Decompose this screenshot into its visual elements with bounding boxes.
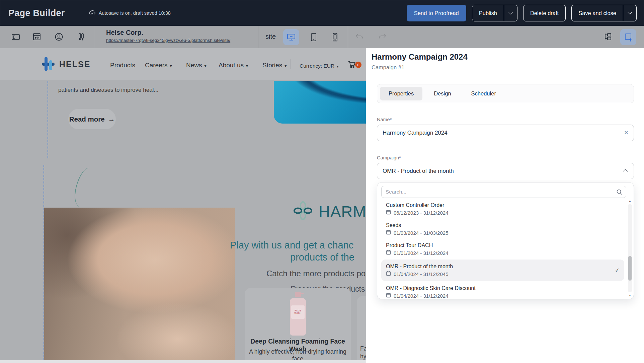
hero-headline-line2: products of the bbox=[290, 252, 366, 263]
tab-design[interactable]: Design bbox=[425, 87, 460, 100]
calendar-icon bbox=[386, 271, 391, 277]
arrow-right-icon: → bbox=[108, 115, 115, 123]
name-input[interactable] bbox=[383, 125, 617, 141]
campaign-select[interactable]: OMR - Product of the month bbox=[377, 163, 634, 179]
campaign-select-value: OMR - Product of the month bbox=[383, 168, 454, 174]
hero-headline-line1: Play with us and get a chanc bbox=[230, 240, 366, 251]
harmony-brand: HARM bbox=[293, 201, 366, 221]
campaign-option[interactable]: Custom Controller Order 06/12/2023 - 31/… bbox=[381, 199, 624, 219]
text-block-icon[interactable] bbox=[11, 32, 21, 42]
calendar-icon bbox=[386, 230, 391, 236]
campaign-option[interactable]: Product Tour DACH 01/01/2024 - 31/12/202… bbox=[381, 239, 624, 260]
helse-logo-icon bbox=[41, 56, 55, 72]
publish-label[interactable]: Publish bbox=[472, 5, 504, 21]
user-avatar-icon[interactable] bbox=[54, 32, 64, 42]
campaign-option-selected[interactable]: OMR - Product of the month 01/04/2024 - … bbox=[381, 260, 624, 281]
read-more-button[interactable]: Read more → bbox=[68, 109, 116, 129]
article-image bbox=[274, 81, 366, 124]
scroll-up-arrow[interactable]: ▲ bbox=[628, 199, 632, 203]
toolbar-divider bbox=[95, 26, 95, 48]
caret-down-icon: ▾ bbox=[285, 64, 287, 68]
nav-products[interactable]: Products bbox=[110, 62, 135, 69]
page-tree-icon[interactable] bbox=[603, 32, 613, 42]
chevron-up-icon bbox=[623, 169, 628, 174]
panel-tabs: Properties Design Scheduler bbox=[377, 84, 634, 103]
dropdown-search-input[interactable] bbox=[386, 186, 613, 198]
app-title: Page Builder bbox=[8, 8, 65, 18]
harmony-brand-text: HARM bbox=[319, 202, 366, 221]
mobile-view-button[interactable] bbox=[327, 29, 343, 45]
page-builder-window: Page Builder Autosave is on, draft saved… bbox=[0, 0, 644, 363]
site-url-link[interactable]: https://master-7rqtwti-segx45igywzzy.eu-… bbox=[106, 38, 230, 43]
caret-down-icon: ▾ bbox=[337, 65, 338, 68]
currency-selector[interactable]: Currency: EUR▾ bbox=[300, 63, 338, 69]
preview-bottom-strip bbox=[0, 360, 366, 363]
calendar-icon bbox=[386, 250, 391, 256]
nav-news[interactable]: News▾ bbox=[186, 62, 207, 69]
save-dropdown-toggle[interactable] bbox=[623, 5, 636, 21]
nav-about-us[interactable]: About us▾ bbox=[219, 62, 248, 69]
article-teaser-text: patients and diseases to improve heal... bbox=[58, 87, 159, 93]
search-icon bbox=[616, 189, 623, 197]
product-description-fragment: hyd bbox=[360, 353, 366, 360]
delete-draft-button[interactable]: Delete draft bbox=[523, 5, 566, 21]
campaign-dropdown: Custom Controller Order 06/12/2023 - 31/… bbox=[377, 182, 634, 299]
nav-stories[interactable]: Stories▾ bbox=[262, 62, 287, 69]
calendar-icon bbox=[386, 293, 391, 299]
publish-dropdown-toggle[interactable] bbox=[504, 5, 517, 21]
campaign-settings-panel: Harmony Campaign 2024 Campaign #1 Proper… bbox=[366, 48, 644, 363]
decor-curve bbox=[71, 166, 98, 209]
cloud-check-icon bbox=[88, 9, 96, 17]
toolbar-divider bbox=[348, 26, 348, 48]
cart-count-badge: 0 bbox=[355, 62, 361, 68]
article-section-block[interactable]: patients and diseases to improve heal...… bbox=[48, 81, 366, 158]
sliders-icon[interactable] bbox=[76, 32, 86, 42]
header-actions: Send to Proofread Publish Delete draft S… bbox=[407, 5, 637, 21]
site-preview-canvas[interactable]: HELSE Products Careers▾ News▾ About us▾ … bbox=[0, 48, 366, 363]
panel-subtitle: Campaign #1 bbox=[372, 64, 404, 71]
product-card[interactable]: Fac hyd bbox=[357, 296, 366, 360]
harmony-hero-block[interactable]: HARM Play with us and get a chanc produc… bbox=[44, 165, 366, 360]
swap-layout-icon[interactable] bbox=[32, 32, 42, 42]
calendar-icon bbox=[386, 210, 391, 216]
chevron-down-icon bbox=[628, 10, 632, 14]
dropdown-scrollbar: ▲ ▼ bbox=[628, 200, 632, 296]
hero-subline1: Catch the more products possi bbox=[266, 269, 366, 278]
tab-scheduler[interactable]: Scheduler bbox=[463, 87, 505, 100]
campaign-option[interactable]: OMR - Diagnostic Skin Care Discount 01/0… bbox=[381, 282, 624, 302]
publish-button[interactable]: Publish bbox=[472, 5, 517, 21]
helse-logo-text: HELSE bbox=[59, 60, 90, 69]
name-field: ✕ bbox=[377, 125, 634, 141]
product-card[interactable]: FACE WASH Deep Cleansing Foaming Face Wa… bbox=[245, 288, 351, 360]
chevron-down-icon bbox=[508, 10, 513, 14]
cart-button[interactable]: 0 bbox=[347, 60, 357, 70]
desktop-view-button[interactable] bbox=[283, 29, 299, 45]
helse-logo[interactable]: HELSE bbox=[41, 56, 90, 72]
scroll-down-arrow[interactable]: ▼ bbox=[628, 294, 632, 298]
autosave-status: Autosave is on, draft saved 10:38 bbox=[88, 9, 171, 17]
page-name-label: site bbox=[265, 33, 276, 41]
site-identity: Helse Corp. https://master-7rqtwti-segx4… bbox=[106, 29, 230, 43]
save-and-close-label[interactable]: Save and close bbox=[572, 5, 623, 21]
product-bottle-image: FACE WASH bbox=[288, 292, 308, 336]
site-header: HELSE Products Careers▾ News▾ About us▾ … bbox=[0, 48, 366, 80]
caret-down-icon: ▾ bbox=[170, 64, 172, 68]
check-icon: ✓ bbox=[615, 267, 620, 274]
tab-properties[interactable]: Properties bbox=[380, 87, 422, 100]
nav-divider bbox=[291, 59, 291, 69]
nav-careers[interactable]: Careers▾ bbox=[145, 62, 172, 69]
campaign-option[interactable]: Seeds 01/03/2024 - 31/03/2025 bbox=[381, 219, 624, 239]
tablet-view-button[interactable] bbox=[306, 29, 322, 45]
clear-name-icon[interactable]: ✕ bbox=[624, 130, 628, 136]
add-section-button[interactable] bbox=[620, 29, 636, 45]
scrollbar-thumb[interactable] bbox=[628, 256, 632, 281]
redo-icon[interactable] bbox=[377, 32, 387, 42]
toolbar-divider bbox=[258, 26, 258, 48]
panel-title: Harmony Campaign 2024 bbox=[372, 52, 468, 62]
send-to-proofread-button[interactable]: Send to Proofread bbox=[407, 5, 466, 21]
harmony-logo-icon bbox=[293, 201, 313, 221]
app-header: Page Builder Autosave is on, draft saved… bbox=[0, 0, 644, 26]
undo-icon[interactable] bbox=[354, 32, 365, 42]
save-and-close-button[interactable]: Save and close bbox=[571, 5, 637, 21]
name-field-label: Name* bbox=[377, 117, 392, 122]
